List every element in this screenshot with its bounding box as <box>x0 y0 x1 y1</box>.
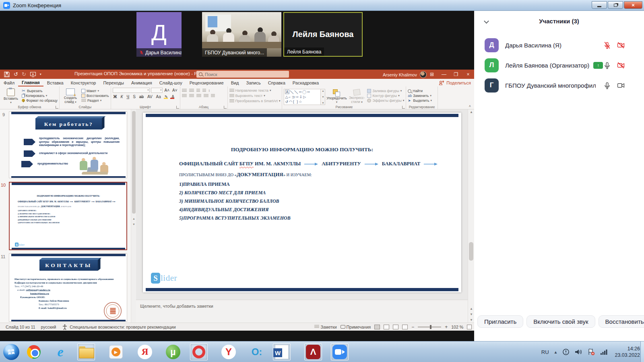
unmute-button[interactable]: Включить свой звук <box>526 315 595 328</box>
ribbon-display-options-icon[interactable]: ⊞ <box>426 70 438 79</box>
comments-toggle[interactable]: Примечания <box>341 325 371 329</box>
ppt-close-button[interactable]: × <box>462 70 474 79</box>
smartart-button[interactable]: Преобразовать в SmartArt▾ <box>229 99 281 103</box>
thumbnail-scrollbar-thumb[interactable] <box>132 111 136 214</box>
font-name-dropdown[interactable] <box>113 88 150 93</box>
tab-insert[interactable]: Вставка <box>43 79 67 86</box>
font-color-button[interactable]: А <box>171 95 175 99</box>
volume-icon[interactable] <box>574 348 582 356</box>
arrange-button[interactable]: Упорядочить▾ <box>327 88 346 104</box>
start-slideshow-icon[interactable] <box>30 71 36 78</box>
close-button[interactable]: × <box>624 1 642 9</box>
zoom-taskbar-icon[interactable] <box>331 343 349 360</box>
thumbnail-scrollbar[interactable]: ▲ ▼ <box>131 109 136 323</box>
status-accessibility[interactable]: Специальные возможности: проверьте реком… <box>62 324 175 330</box>
slide-sorter-view-button[interactable] <box>384 325 389 329</box>
save-icon[interactable] <box>4 71 10 78</box>
dialog-launcher-icon[interactable] <box>56 106 58 109</box>
shape-fill-button[interactable]: Заливка фигуры▾ <box>367 89 404 93</box>
thumbnail-slide-9[interactable]: Кем работать? преподаватель экономически… <box>9 111 127 178</box>
replace-button[interactable]: abЗаменить▾ <box>408 94 432 98</box>
new-slide-button[interactable]: Создать слайд ▾ <box>61 88 80 104</box>
mic-icon[interactable] <box>603 62 611 69</box>
shapes-gallery-scrollbar[interactable]: ▲▼▼ <box>321 89 325 105</box>
strikethrough-button[interactable]: ab <box>138 95 144 99</box>
shape-outline-button[interactable]: Контур фигуры▾ <box>367 94 404 98</box>
redo-icon[interactable]: ↻ <box>22 71 26 77</box>
file-explorer-icon[interactable] <box>77 343 95 360</box>
font-size-dropdown[interactable] <box>151 88 163 93</box>
dialog-launcher-icon[interactable] <box>402 106 405 109</box>
mic-icon[interactable] <box>603 82 611 89</box>
tab-transitions[interactable]: Переходы <box>99 79 128 86</box>
action-center-icon[interactable] <box>562 348 570 356</box>
cut-button[interactable]: ✂Вырезать <box>22 89 58 93</box>
restore-status-button[interactable]: Восстановить стату <box>599 315 644 328</box>
paste-button[interactable]: Вставить▾ <box>2 88 20 104</box>
line-spacing-icon[interactable]: ↕ <box>208 88 211 93</box>
tab-review[interactable]: Рецензирование <box>186 79 227 86</box>
yandex-icon[interactable]: Я <box>136 343 154 360</box>
align-center-icon[interactable] <box>189 94 194 98</box>
tab-help[interactable]: Справка <box>264 79 289 86</box>
change-case-button[interactable]: Aa <box>155 95 162 99</box>
video-muted-icon[interactable] <box>617 62 625 69</box>
mic-muted-icon[interactable] <box>603 41 611 49</box>
slide-vertical-scrollbar[interactable]: ▲ ▲ ▼ ▼ <box>468 109 474 323</box>
minimize-button[interactable] <box>592 1 607 9</box>
align-left-icon[interactable] <box>182 94 187 98</box>
video-tile-leyla[interactable]: Лейля Баянова Лейля Баянова <box>283 12 363 57</box>
utorrent-icon[interactable]: µ <box>164 343 182 360</box>
fit-to-window-button[interactable] <box>467 325 472 329</box>
network-signal-icon[interactable] <box>600 348 608 356</box>
yandex-browser-icon[interactable]: Y <box>220 343 237 360</box>
participant-row[interactable]: Г ГБПОУ Дуванский многопрофил... <box>474 75 644 95</box>
acrobat-icon[interactable]: Λ <box>304 343 322 360</box>
section-button[interactable]: Раздел▾ <box>81 99 109 103</box>
shadow-button[interactable]: S <box>132 95 136 99</box>
shrink-font-button[interactable]: А˅ <box>171 88 178 93</box>
dialog-launcher-icon[interactable] <box>224 106 227 109</box>
tab-storyboard[interactable]: Раскадровка <box>289 79 322 86</box>
word-icon[interactable] <box>273 343 291 360</box>
tab-slideshow[interactable]: Слайд-шоу <box>156 79 186 86</box>
qat-customize-icon[interactable]: ▾ <box>40 72 41 76</box>
quick-styles-button[interactable]: Экспресс- стили ▾ <box>348 88 365 104</box>
zoom-slider[interactable] <box>418 327 441 327</box>
chrome-icon[interactable] <box>25 343 43 360</box>
network-warning-flag-icon[interactable] <box>587 348 595 356</box>
underline-button[interactable]: Ч <box>126 95 130 99</box>
align-text-button[interactable]: Выровнять текст▾ <box>229 94 281 98</box>
layout-button[interactable]: Макет▾ <box>81 89 109 93</box>
clock[interactable]: 14:26 23.03.2022 <box>615 346 640 358</box>
slideshow-view-button[interactable] <box>402 325 408 329</box>
justify-icon[interactable] <box>204 94 208 98</box>
maximize-button[interactable] <box>608 1 623 9</box>
internet-explorer-icon[interactable]: e <box>52 343 69 360</box>
current-slide[interactable]: ПОДРОБНУЮ ИНФОРМАЦИЮ МОЖНО ПОЛУЧИТЬ: ОФИ… <box>143 113 461 292</box>
format-painter-button[interactable]: Формат по образцу <box>22 99 58 103</box>
video-tile-classroom[interactable]: ГБПОУ Дуванский много... <box>202 12 281 57</box>
scroll-down-icon[interactable]: ▼ <box>468 318 475 322</box>
dialog-launcher-icon[interactable] <box>176 106 179 109</box>
search-box[interactable] <box>196 71 289 78</box>
decrease-indent-icon[interactable] <box>196 89 200 93</box>
grow-font-button[interactable]: А˄ <box>164 88 171 93</box>
invite-button[interactable]: Пригласить <box>477 315 523 328</box>
undo-icon[interactable]: ↺ <box>14 71 18 77</box>
account-area[interactable]: Arseniy Khalimov <box>383 71 427 78</box>
participant-row[interactable]: Л Лейля Баянова (Организатор) ↑ <box>474 55 644 75</box>
bullets-icon[interactable] <box>182 89 187 93</box>
start-button[interactable] <box>2 343 20 360</box>
highlight-color-button[interactable]: ✎ <box>164 95 169 99</box>
reading-view-button[interactable] <box>393 325 398 329</box>
notes-toggle[interactable]: Заметки <box>314 325 336 329</box>
zoom-out-button[interactable]: − <box>411 324 414 330</box>
video-icon[interactable] <box>617 82 625 89</box>
character-spacing-button[interactable]: AV <box>147 95 153 99</box>
zoom-in-button[interactable]: + <box>445 324 448 330</box>
previous-slide-icon[interactable]: ▲ <box>468 307 475 311</box>
ok-messenger-icon[interactable]: O: <box>248 343 266 360</box>
tab-home[interactable]: Главная <box>18 79 43 86</box>
tray-expand-icon[interactable]: ▲ <box>554 350 558 354</box>
